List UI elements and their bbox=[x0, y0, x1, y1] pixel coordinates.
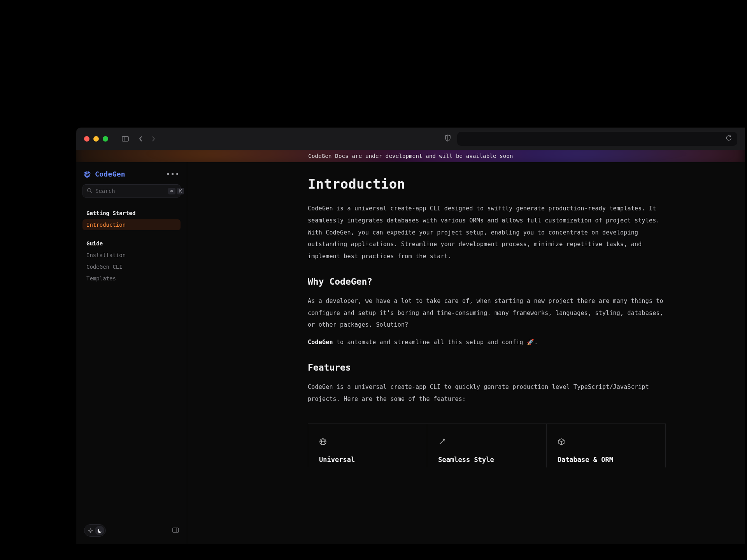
sidebar-item-introduction[interactable]: Introduction bbox=[82, 219, 181, 230]
svg-rect-0 bbox=[122, 136, 128, 141]
nav-back-button[interactable] bbox=[135, 133, 146, 144]
nav-forward-button[interactable] bbox=[148, 133, 159, 144]
svg-line-20 bbox=[440, 440, 444, 444]
theme-light-icon[interactable] bbox=[86, 526, 95, 535]
maximize-window-button[interactable] bbox=[103, 136, 108, 142]
brand-logo-icon bbox=[83, 170, 91, 178]
svg-point-6 bbox=[89, 530, 91, 532]
svg-line-23 bbox=[444, 441, 445, 441]
kbd-cmd: ⌘ bbox=[168, 188, 175, 194]
search-box[interactable]: ⌘ K bbox=[82, 184, 181, 198]
features-intro: CodeGen is a universal create-app CLI to… bbox=[308, 381, 666, 405]
wand-icon bbox=[438, 438, 535, 447]
why-paragraph-1: As a developer, we have a lot to take ca… bbox=[308, 295, 666, 331]
theme-toggle[interactable] bbox=[84, 524, 106, 537]
banner-text: CodeGen Docs are under development and w… bbox=[308, 153, 513, 159]
nav-heading: Guide bbox=[82, 239, 181, 249]
sidebar-item-templates[interactable]: Templates bbox=[82, 273, 181, 284]
sidebar-toggle-icon[interactable] bbox=[120, 133, 131, 144]
svg-line-22 bbox=[444, 439, 445, 440]
codegen-strong: CodeGen bbox=[308, 339, 333, 346]
svg-rect-15 bbox=[173, 528, 179, 532]
feature-card-database: Database & ORM bbox=[547, 424, 666, 467]
theme-dark-icon[interactable] bbox=[95, 526, 104, 535]
titlebar bbox=[76, 128, 745, 150]
sidebar: CodeGen ••• ⌘ K Getting Started Introduc… bbox=[76, 162, 187, 544]
why-paragraph-2: CodeGen to automate and streamline all t… bbox=[308, 336, 666, 348]
nav-section-getting-started: Getting Started Introduction bbox=[80, 205, 183, 235]
feature-title: Seamless Style bbox=[438, 456, 535, 464]
svg-line-13 bbox=[91, 529, 92, 529]
traffic-lights bbox=[84, 136, 108, 142]
reload-icon[interactable] bbox=[726, 135, 732, 143]
feature-card-style: Seamless Style bbox=[427, 424, 546, 467]
sidebar-item-codegen-cli[interactable]: CodeGen CLI bbox=[82, 261, 181, 272]
svg-point-4 bbox=[88, 188, 91, 192]
why-heading: Why CodeGen? bbox=[308, 276, 666, 287]
more-menu-button[interactable]: ••• bbox=[166, 170, 180, 178]
feature-grid: Universal Seamless Style Database & ORM bbox=[308, 424, 666, 467]
features-heading: Features bbox=[308, 362, 666, 373]
intro-paragraph: CodeGen is a universal create-app CLI de… bbox=[308, 203, 666, 262]
minimize-window-button[interactable] bbox=[93, 136, 99, 142]
address-bar[interactable] bbox=[457, 132, 737, 146]
svg-line-14 bbox=[89, 532, 89, 532]
shield-icon[interactable] bbox=[445, 135, 451, 143]
cube-icon bbox=[558, 438, 654, 447]
close-window-button[interactable] bbox=[84, 136, 89, 142]
sidebar-item-installation[interactable]: Installation bbox=[82, 250, 181, 261]
brand-name: CodeGen bbox=[95, 170, 125, 178]
panel-toggle-icon[interactable] bbox=[172, 527, 179, 534]
why-paragraph-2-rest: to automate and streamline all this setu… bbox=[333, 339, 538, 346]
content: Introduction CodeGen is a universal crea… bbox=[187, 162, 745, 544]
svg-line-5 bbox=[91, 191, 92, 193]
browser-window: CodeGen Docs are under development and w… bbox=[76, 128, 745, 544]
kbd-k: K bbox=[177, 188, 184, 194]
svg-line-12 bbox=[91, 532, 92, 532]
nav-section-guide: Guide Installation CodeGen CLI Templates bbox=[80, 235, 183, 289]
feature-title: Database & ORM bbox=[558, 456, 654, 464]
feature-card-universal: Universal bbox=[308, 424, 427, 467]
feature-title: Universal bbox=[319, 456, 416, 464]
svg-line-11 bbox=[89, 529, 89, 529]
announcement-banner: CodeGen Docs are under development and w… bbox=[76, 150, 745, 162]
globe-icon bbox=[319, 438, 416, 447]
search-icon bbox=[87, 187, 92, 195]
nav-heading: Getting Started bbox=[82, 208, 181, 219]
page-title: Introduction bbox=[308, 176, 666, 192]
search-input[interactable] bbox=[95, 188, 165, 194]
brand[interactable]: CodeGen bbox=[83, 170, 125, 178]
